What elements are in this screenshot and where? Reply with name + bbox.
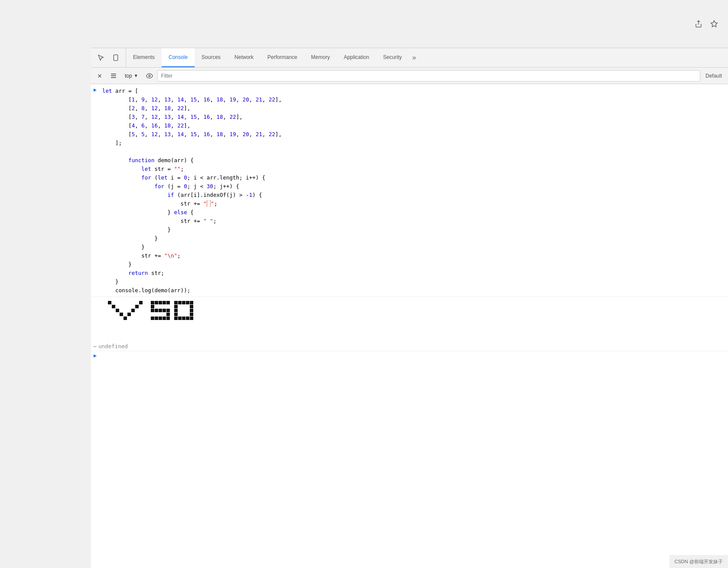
code-line-13: if (arr[i].indexOf(j) > -1) { [102,191,726,199]
pixel-art-output [101,299,728,340]
device-toggle-button[interactable] [110,52,121,63]
inspect-element-button[interactable] [95,52,107,63]
clear-console-button[interactable] [94,70,106,82]
tab-bar: Elements Console Sources Network Perform… [91,48,728,68]
tab-application[interactable]: Application [337,48,376,67]
code-line-15: } else { [102,208,726,217]
result-arrow-icon: ← [94,343,97,349]
code-line-8 [102,147,726,156]
undefined-result-line: ← undefined [91,342,728,351]
tab-console[interactable]: Console [162,48,195,67]
console-prompt-line[interactable]: ▶ [91,351,728,360]
code-line-23: } [102,277,726,286]
code-line-11: for (let i = 0; i < arr.length; i++) { [102,173,726,182]
code-line-17: } [102,225,726,234]
entry-expand-arrow[interactable]: ▶ [91,86,101,93]
code-line-22: return str; [102,269,726,277]
code-line-4: [3, 7, 12, 13, 14, 15, 16, 18, 22], [102,113,726,121]
tab-memory[interactable]: Memory [304,48,337,67]
svg-rect-5 [111,73,116,74]
svg-rect-1 [114,55,117,60]
code-line-19: } [102,243,726,251]
code-line-16: str += " "; [102,217,726,225]
watermark-bar: CSDN @前端开发妹子 [670,555,728,568]
result-value: undefined [98,343,128,349]
console-toolbar: top ▼ Default [91,68,728,84]
code-line-18: } [102,234,726,243]
code-line-21: } [102,260,726,269]
watermark-text: CSDN @前端开发妹子 [675,558,723,565]
prompt-icon: ▶ [94,353,97,359]
context-dropdown[interactable]: top ▼ [121,70,142,82]
pixel-art-canvas [101,299,200,340]
code-line-24: console.log(demo(arr)); [102,286,726,295]
svg-rect-7 [111,77,116,78]
code-line-9: function demo(arr) { [102,156,726,165]
code-line-1: let arr = [ [102,87,726,95]
code-line-2: [1, 9, 12, 13, 14, 15, 16, 18, 19, 20, 2… [102,95,726,104]
tab-performance[interactable]: Performance [260,48,304,67]
filter-input[interactable] [157,70,700,82]
code-line-5: [4, 6, 16, 18, 22], [102,121,726,130]
live-expression-button[interactable] [143,70,156,82]
svg-point-8 [149,75,150,77]
code-line-6: [5, 5, 12, 13, 14, 15, 16, 18, 19, 20, 2… [102,130,726,139]
code-line-14: str += "█"; [102,199,726,208]
tab-network[interactable]: Network [228,48,260,67]
devtools-panel: Elements Console Sources Network Perform… [91,48,728,568]
share-icon[interactable] [693,19,704,29]
code-line-20: str += "\n"; [102,251,726,260]
code-line-10: let str = ""; [102,165,726,173]
console-output: ▶ let arr = [ [1, 9, 12, 13, 14, 15, 16,… [91,84,728,568]
browser-top-bar [0,0,728,48]
tab-security[interactable]: Security [376,48,409,67]
code-line-7: ]; [102,139,726,147]
console-code-entry: ▶ let arr = [ [1, 9, 12, 13, 14, 15, 16,… [91,84,728,297]
code-line-3: [2, 8, 12, 18, 22], [102,104,726,113]
svg-marker-0 [711,21,718,27]
dropdown-arrow-icon: ▼ [134,73,138,78]
more-tabs-button[interactable]: » [409,48,419,67]
left-sidebar [0,0,91,568]
code-content: let arr = [ [1, 9, 12, 13, 14, 15, 16, 1… [101,86,728,296]
code-line-12: for (j = 0; j < 30; j++) { [102,182,726,191]
tab-sources[interactable]: Sources [195,48,228,67]
show-drawer-button[interactable] [107,70,120,82]
tab-elements[interactable]: Elements [126,48,162,67]
bookmark-icon[interactable] [709,19,719,29]
default-levels-label: Default [702,73,725,79]
svg-rect-6 [111,75,116,76]
tab-icon-group [91,48,126,67]
